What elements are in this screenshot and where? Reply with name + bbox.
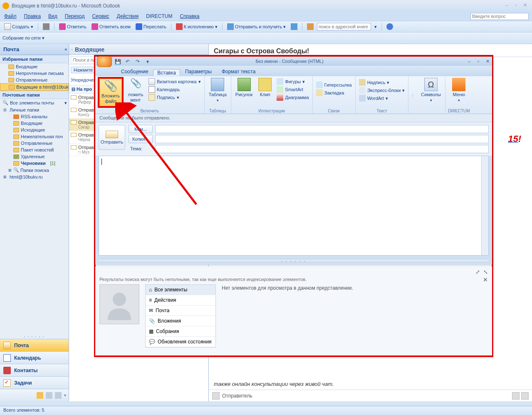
- navbtn-calendar[interactable]: Календарь: [0, 351, 69, 364]
- to-input[interactable]: [155, 125, 489, 133]
- cc-button[interactable]: Копия...: [129, 135, 153, 143]
- picture-button[interactable]: Рисунок: [234, 77, 255, 101]
- group-text-more[interactable]: ⋮: [408, 76, 417, 114]
- smartart-button[interactable]: SmartArt: [276, 86, 309, 93]
- hyperlink-button[interactable]: Гиперссылка: [315, 81, 353, 89]
- tree-sent[interactable]: Отправленные: [0, 140, 69, 147]
- symbols-button[interactable]: ΩСимволы▾: [419, 77, 443, 102]
- navbtn-contacts[interactable]: Контакты: [0, 364, 69, 376]
- pp-collapse-icon[interactable]: ⤡: [483, 269, 488, 275]
- misc-button[interactable]: [289, 22, 299, 31]
- online-meeting-button[interactable]: Собрание по сети ▾: [2, 35, 45, 41]
- nav-shortcuts-icon[interactable]: [55, 392, 62, 399]
- pp-tab-status[interactable]: 💬 Обновления состояния: [146, 337, 215, 347]
- print-button[interactable]: [41, 22, 51, 31]
- fav-unread[interactable]: Непрочтенные письма: [0, 70, 69, 77]
- tab-insert[interactable]: Вставка: [153, 69, 180, 76]
- address-search-input[interactable]: [317, 23, 371, 30]
- tree-rss[interactable]: RSS-каналы: [0, 113, 69, 120]
- attach-item-button[interactable]: 📎 ложить мент: [126, 77, 145, 108]
- compose-close-button[interactable]: ✕: [483, 59, 492, 64]
- nav-header-mail[interactable]: Почта«: [0, 44, 69, 55]
- tab-format[interactable]: Формат текста: [217, 67, 260, 76]
- pp-close-button[interactable]: ✕: [483, 276, 488, 283]
- compose-body[interactable]: [99, 156, 489, 256]
- reply-button[interactable]: Ответить: [57, 22, 88, 31]
- tree-inbox[interactable]: Входящие: [0, 120, 69, 127]
- shapes-button[interactable]: Фигуры ▾: [276, 78, 309, 85]
- menu-go[interactable]: Переход: [65, 13, 85, 19]
- tree-account[interactable]: ⊞html@10bukv.ru: [0, 174, 69, 180]
- tree-news[interactable]: Пакет новостей: [0, 147, 69, 153]
- people-icon[interactable]: [512, 392, 520, 400]
- table-button[interactable]: Таблица▾: [207, 77, 228, 102]
- tree-personal[interactable]: ⊟Личные папки: [0, 107, 69, 113]
- to-button[interactable]: Ком...: [129, 125, 153, 133]
- tree-junk[interactable]: Нежелательная поч: [0, 133, 69, 140]
- office-button[interactable]: [97, 56, 112, 67]
- compose-splitter[interactable]: • • • • • •: [99, 259, 489, 262]
- quickparts-button[interactable]: Экспресс-блоки ▾: [358, 87, 406, 94]
- restore-button[interactable]: ▫: [511, 2, 520, 9]
- pp-tab-all[interactable]: ⌂ Все элементы: [146, 285, 215, 295]
- textbox-button[interactable]: Надпись ▾: [358, 79, 406, 86]
- directum-menu-button[interactable]: Меню▾: [448, 77, 470, 102]
- tree-drafts[interactable]: Черновики [1]: [0, 160, 69, 166]
- menu-file[interactable]: Файл: [4, 13, 17, 19]
- nav-configure-icon[interactable]: ▾: [64, 393, 66, 398]
- menu-service[interactable]: Сервис: [92, 13, 109, 19]
- chart-button[interactable]: Диаграмма: [276, 94, 309, 101]
- calendar-button[interactable]: Календарь: [148, 86, 202, 93]
- followup-button[interactable]: К исполнению ▾: [174, 22, 219, 31]
- clipart-button[interactable]: Клип: [257, 77, 273, 101]
- redo-button[interactable]: ↷: [134, 57, 142, 66]
- save-button[interactable]: 💾: [114, 57, 122, 66]
- navbtn-tasks[interactable]: Задачи: [0, 376, 69, 389]
- compose-maximize-button[interactable]: ▫: [474, 59, 483, 64]
- nav-notes-icon[interactable]: [37, 392, 43, 399]
- minimize-button[interactable]: –: [502, 2, 511, 9]
- body-scrollbar[interactable]: [481, 156, 488, 255]
- business-card-button[interactable]: Визитная карточка ▾: [148, 78, 202, 85]
- compose-minimize-button[interactable]: –: [465, 59, 474, 64]
- close-button[interactable]: ✕: [520, 2, 530, 9]
- tab-options[interactable]: Параметры: [180, 67, 217, 76]
- attach-file-button[interactable]: 📎 Вложить файл: [99, 79, 122, 106]
- address-dropdown[interactable]: ▾: [373, 23, 379, 30]
- pp-tab-meetings[interactable]: ▦ Собрания: [146, 326, 215, 337]
- fav-inbox[interactable]: Входящие: [0, 63, 69, 70]
- undo-button[interactable]: ↶: [124, 57, 132, 66]
- nav-folders-icon[interactable]: [46, 392, 52, 399]
- help-button[interactable]: [385, 22, 395, 31]
- new-button[interactable]: Создать ▾: [2, 22, 35, 31]
- subject-input[interactable]: [155, 145, 489, 153]
- help-search-input[interactable]: [470, 13, 529, 20]
- fav-inbox-account[interactable]: Входящие в html@10buk: [0, 83, 69, 91]
- qat-dropdown[interactable]: ▾: [144, 57, 152, 66]
- bookmark-button[interactable]: Закладка: [315, 89, 353, 97]
- forward-button[interactable]: Переслать: [134, 22, 168, 31]
- tree-deleted[interactable]: Удаленные: [0, 153, 69, 160]
- pp-expand-icon[interactable]: ⤢: [475, 269, 480, 275]
- signature-button[interactable]: Подпись ▾: [148, 94, 202, 101]
- menu-help[interactable]: Справка: [180, 13, 199, 19]
- menu-edit[interactable]: Правка: [24, 13, 41, 19]
- tree-search-folders[interactable]: ⊞🔍Папки поиска: [0, 166, 69, 174]
- hint-button[interactable]: Нажмите: [71, 67, 96, 73]
- people-icon[interactable]: [521, 392, 529, 400]
- pp-tab-attach[interactable]: 📎 Вложения: [146, 316, 215, 326]
- send-receive-button[interactable]: Отправить и получить ▾: [225, 22, 287, 31]
- menu-directum[interactable]: DIRECTUM: [146, 13, 172, 19]
- menu-actions[interactable]: Действия: [117, 13, 139, 19]
- send-button[interactable]: Отправить: [99, 125, 125, 150]
- all-mail-items[interactable]: 🔍Все элементы почты▾: [0, 99, 69, 107]
- arrange-button[interactable]: Упорядочен: [71, 77, 96, 82]
- menu-view[interactable]: Вид: [48, 13, 57, 19]
- cc-input[interactable]: [155, 135, 489, 143]
- tab-message[interactable]: Сообщение: [116, 67, 153, 76]
- reply-all-button[interactable]: Ответить всем: [90, 22, 132, 31]
- pp-tab-mail[interactable]: ✉ Почта: [146, 306, 215, 316]
- tree-outbox[interactable]: Исходящие: [0, 127, 69, 133]
- fav-sent[interactable]: Отправленные: [0, 77, 69, 83]
- address-book-button[interactable]: [305, 22, 315, 31]
